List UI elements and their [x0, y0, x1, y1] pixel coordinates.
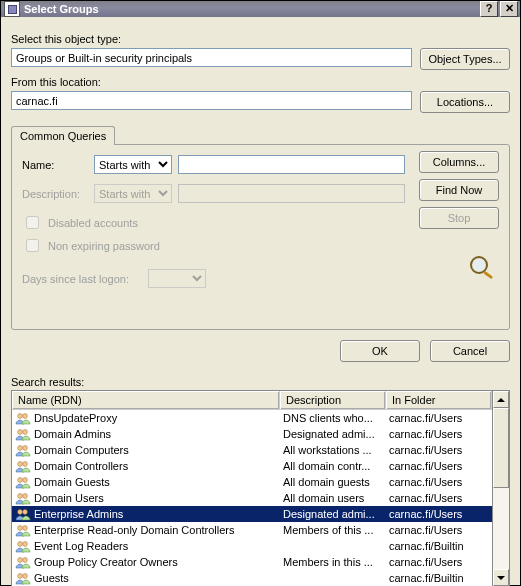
group-icon: [15, 411, 31, 425]
scroll-thumb[interactable]: [493, 408, 509, 488]
days-since-label: Days since last logon:: [22, 273, 142, 285]
svg-point-24: [23, 574, 28, 579]
search-icon: [465, 253, 499, 281]
table-row[interactable]: Domain UsersAll domain userscarnac.fi/Us…: [12, 490, 492, 506]
object-type-field: Groups or Built-in security principals: [11, 48, 412, 67]
table-row[interactable]: Group Policy Creator OwnersMembers in th…: [12, 554, 492, 570]
svg-point-3: [18, 414, 23, 419]
row-desc: All domain users: [280, 492, 386, 504]
stop-button: Stop: [419, 207, 499, 229]
table-row[interactable]: Domain GuestsAll domain guestscarnac.fi/…: [12, 474, 492, 490]
row-desc: Designated admi...: [280, 508, 386, 520]
name-input[interactable]: [178, 155, 405, 174]
row-folder: carnac.fi/Builtin: [386, 540, 492, 552]
row-name: Event Log Readers: [34, 540, 128, 552]
table-row[interactable]: Guestscarnac.fi/Builtin: [12, 570, 492, 586]
results-header-folder[interactable]: In Folder: [386, 391, 492, 409]
help-button[interactable]: ?: [480, 1, 498, 17]
group-icon: [15, 491, 31, 505]
table-row[interactable]: Enterprise AdminsDesignated admi...carna…: [12, 506, 492, 522]
window-icon: [4, 1, 20, 17]
row-folder: carnac.fi/Builtin: [386, 572, 492, 584]
scroll-up-button[interactable]: [493, 391, 509, 408]
days-since-select: [148, 269, 206, 288]
close-button[interactable]: ✕: [500, 1, 518, 17]
table-row[interactable]: Domain ComputersAll workstations ...carn…: [12, 442, 492, 458]
search-results-label: Search results:: [11, 376, 510, 388]
group-icon: [15, 475, 31, 489]
find-now-button[interactable]: Find Now: [419, 179, 499, 201]
svg-point-8: [23, 446, 28, 451]
row-folder: carnac.fi/Users: [386, 556, 492, 568]
common-queries-panel: Name: Starts with Description: Starts wi…: [11, 144, 510, 330]
row-name: Domain Admins: [34, 428, 111, 440]
row-name: Enterprise Admins: [34, 508, 123, 520]
window-title: Select Groups: [24, 3, 480, 15]
description-op-select: Starts with: [94, 184, 172, 203]
row-name: Group Policy Creator Owners: [34, 556, 178, 568]
description-label: Description:: [22, 188, 88, 200]
cancel-button[interactable]: Cancel: [430, 340, 510, 362]
location-label: From this location:: [11, 76, 510, 88]
name-op-select[interactable]: Starts with: [94, 155, 172, 174]
svg-point-17: [18, 526, 23, 531]
svg-point-13: [18, 494, 23, 499]
select-groups-dialog: Select Groups ? ✕ Select this object typ…: [0, 0, 521, 586]
svg-rect-2: [483, 271, 493, 279]
group-icon: [15, 507, 31, 521]
svg-point-23: [18, 574, 23, 579]
group-icon: [15, 459, 31, 473]
svg-point-15: [18, 510, 23, 515]
disabled-accounts-label: Disabled accounts: [48, 217, 138, 229]
svg-point-4: [23, 414, 28, 419]
svg-point-10: [23, 462, 28, 467]
row-folder: carnac.fi/Users: [386, 460, 492, 472]
table-row[interactable]: Domain ControllersAll domain contr...car…: [12, 458, 492, 474]
scroll-track[interactable]: [493, 408, 509, 569]
table-row[interactable]: Domain AdminsDesignated admi...carnac.fi…: [12, 426, 492, 442]
row-desc: Members of this ...: [280, 524, 386, 536]
group-icon: [15, 427, 31, 441]
results-header[interactable]: Name (RDN) Description In Folder: [12, 391, 492, 410]
results-scrollbar[interactable]: [493, 390, 510, 586]
svg-point-22: [23, 558, 28, 563]
titlebar[interactable]: Select Groups ? ✕: [1, 1, 520, 17]
description-input: [178, 184, 405, 203]
table-row[interactable]: DnsUpdateProxyDNS clients who...carnac.f…: [12, 410, 492, 426]
name-label: Name:: [22, 159, 88, 171]
svg-point-14: [23, 494, 28, 499]
row-desc: All domain guests: [280, 476, 386, 488]
table-row[interactable]: Event Log Readerscarnac.fi/Builtin: [12, 538, 492, 554]
row-folder: carnac.fi/Users: [386, 508, 492, 520]
results-header-desc[interactable]: Description: [280, 391, 386, 409]
group-icon: [15, 571, 31, 585]
locations-button[interactable]: Locations...: [420, 91, 510, 113]
row-name: DnsUpdateProxy: [34, 412, 117, 424]
table-row[interactable]: Enterprise Read-only Domain ControllersM…: [12, 522, 492, 538]
group-icon: [15, 443, 31, 457]
scroll-down-button[interactable]: [493, 569, 509, 586]
row-name: Domain Users: [34, 492, 104, 504]
svg-point-21: [18, 558, 23, 563]
row-folder: carnac.fi/Users: [386, 476, 492, 488]
group-icon: [15, 523, 31, 537]
svg-point-12: [23, 478, 28, 483]
row-name: Enterprise Read-only Domain Controllers: [34, 524, 235, 536]
row-desc: All workstations ...: [280, 444, 386, 456]
svg-point-11: [18, 478, 23, 483]
location-field: carnac.fi: [11, 91, 412, 110]
row-name: Domain Computers: [34, 444, 129, 456]
results-header-name[interactable]: Name (RDN): [12, 391, 280, 409]
row-folder: carnac.fi/Users: [386, 428, 492, 440]
ok-button[interactable]: OK: [340, 340, 420, 362]
row-desc: All domain contr...: [280, 460, 386, 472]
row-name: Domain Controllers: [34, 460, 128, 472]
row-name: Guests: [34, 572, 69, 584]
object-types-button[interactable]: Object Types...: [420, 48, 510, 70]
columns-button[interactable]: Columns...: [419, 151, 499, 173]
disabled-accounts-checkbox: [26, 216, 39, 229]
results-list[interactable]: Name (RDN) Description In Folder DnsUpda…: [11, 390, 493, 586]
tab-common-queries[interactable]: Common Queries: [11, 126, 115, 145]
svg-point-6: [23, 430, 28, 435]
row-name: Domain Guests: [34, 476, 110, 488]
